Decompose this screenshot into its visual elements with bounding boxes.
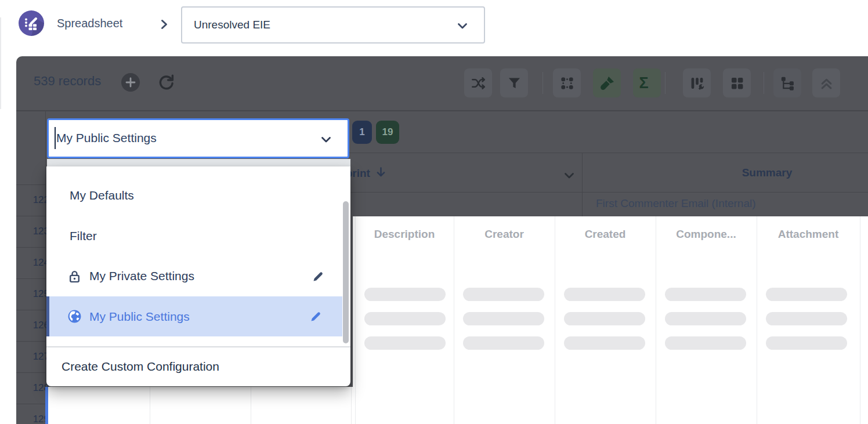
table-body-loading: DescriptionCreatorCreatedCompone...Attac… (353, 216, 868, 424)
globe-icon (67, 309, 82, 324)
loading-skeleton-bar (564, 312, 645, 325)
column-header-creator[interactable]: Creator (455, 228, 554, 241)
menu-item-my-public-settings[interactable]: My Public Settings (46, 296, 342, 336)
active-column-accent-bar (45, 387, 48, 424)
settings-combobox[interactable]: My Public Settings (47, 118, 349, 158)
column-divider (656, 216, 656, 424)
chevron-right-icon (161, 19, 168, 30)
loading-skeleton-bar (766, 288, 847, 301)
toolbar-button-paint-brush[interactable] (593, 68, 621, 97)
column-menu-chevron-down-icon[interactable] (564, 171, 574, 178)
column-header-created[interactable]: Created (556, 228, 654, 241)
add-record-button[interactable] (121, 73, 140, 92)
loading-skeleton-bar (665, 312, 746, 325)
subheader-first-commenter: First Commenter Email (Internal) (596, 197, 756, 210)
chevron-down-icon (321, 135, 331, 142)
loading-skeleton-bar (766, 312, 847, 325)
menu-item-label: My Public Settings (89, 310, 190, 324)
column-divider (150, 387, 150, 424)
sprint-column-divider (582, 153, 583, 216)
loading-skeleton-bar (665, 288, 746, 301)
toolbar-button-grid[interactable] (723, 68, 751, 97)
loading-skeleton-bar (766, 336, 847, 350)
row-number[interactable]: 125 (16, 278, 49, 310)
loading-skeleton-bar (364, 288, 446, 301)
menu-item-my-private-settings[interactable]: My Private Settings (46, 256, 345, 296)
column-divider (251, 387, 251, 424)
view-selector-value: Unresolved EIE (194, 8, 270, 42)
collapse-all-icon (819, 75, 834, 91)
column-divider (351, 387, 352, 424)
column-divider (555, 216, 555, 424)
row-number[interactable]: 126 (16, 310, 49, 341)
toolbar-button-shuffle[interactable] (464, 68, 492, 97)
count-badge[interactable]: 19 (376, 121, 399, 144)
toolbar-button-hierarchy[interactable] (773, 68, 801, 97)
grid-icon (729, 75, 745, 91)
pencil-icon[interactable] (309, 310, 323, 323)
toolbar-button-dots-grid[interactable] (553, 68, 581, 97)
scrollbar-thumb[interactable] (343, 201, 349, 343)
menu-item-my-defaults[interactable]: My Defaults (46, 176, 345, 215)
column-divider (454, 216, 454, 424)
loading-skeleton-bar (564, 336, 645, 350)
filter-icon (507, 75, 522, 91)
column-header-attachment[interactable]: Attachment (759, 228, 858, 241)
sigma-icon: Σ (639, 75, 655, 91)
menu-item-label: My Private Settings (89, 269, 194, 283)
menu-item-label: Filter (70, 229, 97, 243)
spreadsheet-logo-icon (19, 10, 44, 36)
toolbar-button-columns-settings[interactable] (683, 68, 711, 97)
columns-settings-icon (689, 75, 705, 91)
row-number[interactable]: 124 (16, 247, 49, 278)
spreadsheet-app: Spreadsheet Unresolved EIE 539 records Σ… (0, 0, 868, 424)
row-number[interactable]: 122 (16, 184, 49, 216)
create-custom-configuration-button[interactable]: Create Custom Configuration (62, 353, 219, 380)
loading-skeleton-bar (564, 288, 645, 301)
loading-skeleton-bar (463, 336, 544, 350)
subheader-divider (335, 192, 868, 193)
toolbar-button-filter[interactable] (500, 68, 528, 97)
records-count: 539 records (34, 74, 101, 89)
chevron-down-icon (457, 21, 468, 28)
view-selector[interactable]: Unresolved EIE (181, 6, 485, 44)
column-divider (757, 216, 757, 424)
toolbar-divider (16, 110, 868, 111)
column-header-summary[interactable]: Summary (709, 166, 825, 179)
hierarchy-icon (780, 75, 795, 91)
refresh-button[interactable] (157, 73, 176, 92)
table-body-bottom-left (45, 387, 353, 424)
page-title: Spreadsheet (57, 17, 122, 30)
lock-icon (67, 269, 82, 284)
loading-skeleton-bar (463, 312, 544, 325)
column-header-compone[interactable]: Compone... (657, 228, 755, 241)
paint-brush-icon (599, 75, 615, 91)
toolbar-separator (542, 72, 543, 94)
loading-skeleton-bar (364, 312, 446, 325)
row-number[interactable]: 123 (16, 216, 49, 247)
row-number[interactable]: 129 (16, 404, 49, 424)
loading-skeleton-bar (665, 336, 746, 350)
toolbar-separator (764, 72, 764, 94)
column-divider (860, 216, 860, 424)
arrow-down-icon (376, 166, 386, 180)
pencil-icon[interactable] (312, 270, 325, 283)
settings-combobox-value: My Public Settings (56, 120, 157, 156)
row-number[interactable]: 127 (16, 341, 49, 372)
count-badge[interactable]: 1 (352, 121, 372, 144)
settings-dropdown-menu: My DefaultsFilterMy Private SettingsMy P… (46, 166, 350, 386)
column-header-description[interactable]: Description (355, 228, 454, 241)
toolbar-button-sigma[interactable]: Σ (633, 68, 661, 97)
header-row-divider (335, 153, 868, 153)
menu-footer-divider (46, 346, 350, 347)
loading-skeleton-bar (463, 288, 544, 301)
row-number[interactable]: 128 (16, 372, 49, 404)
menu-item-filter[interactable]: Filter (46, 216, 345, 256)
left-edge-divider (0, 17, 1, 109)
toolbar-button-collapse-all[interactable] (812, 68, 840, 97)
loading-skeleton-bar (364, 336, 446, 350)
shuffle-icon (471, 75, 486, 91)
text-cursor (55, 127, 56, 149)
toolbar-separator (665, 72, 666, 94)
dots-grid-icon (559, 75, 575, 91)
